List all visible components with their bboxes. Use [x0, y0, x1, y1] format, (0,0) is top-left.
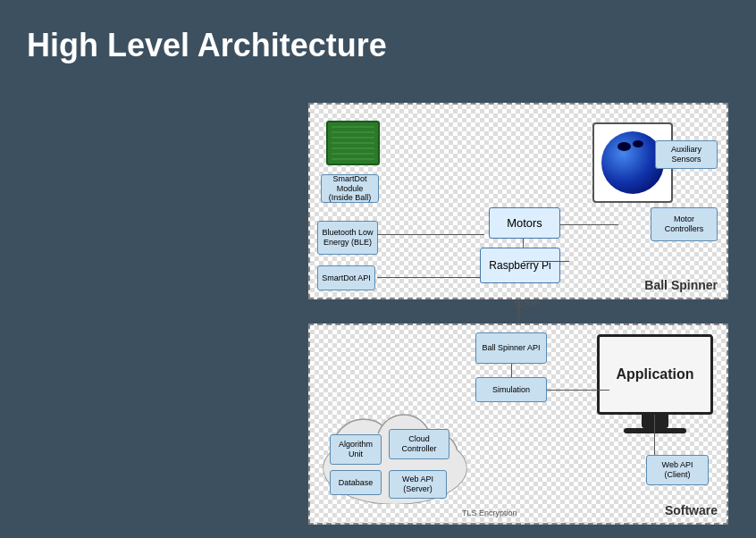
cloud-controller-node: Cloud Controller — [389, 429, 449, 459]
top-diagram-label: Ball Spinner — [644, 278, 718, 292]
algorithm-unit-node: Algorithm Unit — [330, 434, 382, 465]
auxiliary-sensors-node: Auxiliary Sensors — [655, 140, 718, 169]
simulation-node: Simulation — [475, 377, 547, 402]
bd-connector-h1 — [547, 390, 609, 391]
connector-h3 — [377, 277, 480, 278]
web-api-client-node: Web API (Client) — [646, 455, 709, 485]
cloud-shape: Algorithm Unit Cloud Controller Database… — [319, 388, 471, 504]
connector-h1 — [377, 234, 484, 235]
connector-h4 — [523, 261, 569, 262]
main-content: High Level Architecture SmartDot Module … — [0, 0, 756, 538]
raspberry-pi-node: Raspberry Pi — [480, 248, 560, 283]
page-title: High Level Architecture — [0, 0, 756, 82]
bottom-diagram: Ball Spinner API Simulation Application — [308, 324, 728, 525]
top-diagram: SmartDot Module (Inside Ball) Bluetooth … — [308, 103, 728, 299]
monitor-stand — [642, 415, 668, 428]
smartdot-api-node: SmartDot API — [317, 265, 375, 290]
connector-h2 — [560, 224, 618, 225]
bd-connector-v1 — [511, 364, 512, 377]
ball-spinner-api-node: Ball Spinner API — [475, 332, 547, 364]
bd-connector-v2 — [654, 415, 655, 455]
motor-controllers-node: Motor Controllers — [651, 207, 718, 241]
application-monitor: Application — [597, 334, 713, 433]
web-api-server-node: Web API (Server) — [389, 470, 447, 499]
bottom-diagram-label: Software — [665, 503, 718, 517]
pcb-chip-icon — [326, 121, 380, 165]
application-screen: Application — [597, 334, 713, 415]
tls-label: TLS Encryption — [462, 509, 517, 517]
connector-v1 — [523, 239, 524, 248]
bluetooth-ble-node: Bluetooth Low Energy (BLE) — [317, 221, 378, 255]
motors-node: Motors — [489, 207, 560, 239]
database-node: Database — [330, 470, 382, 495]
smartdot-module-node: SmartDot Module (Inside Ball) — [321, 174, 379, 203]
monitor-base — [624, 428, 686, 433]
tcp-connector — [518, 299, 519, 326]
